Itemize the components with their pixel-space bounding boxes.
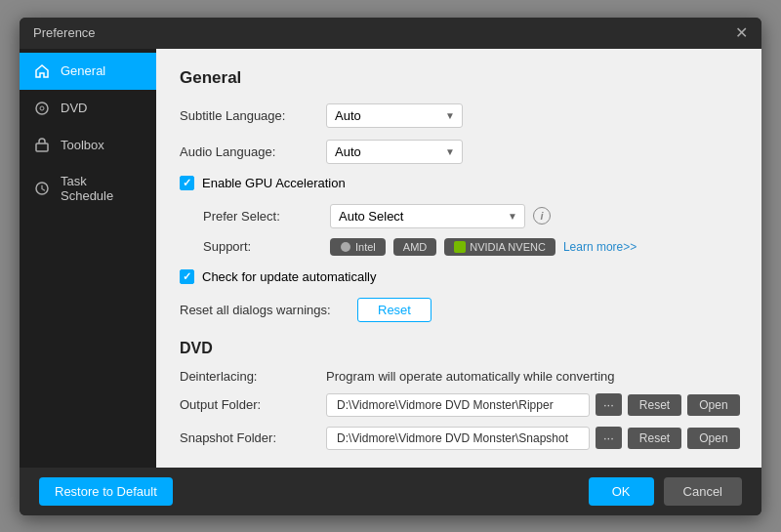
audio-language-select-wrapper: Auto ▼ bbox=[326, 140, 463, 164]
svg-rect-2 bbox=[36, 143, 48, 151]
audio-language-select[interactable]: Auto bbox=[326, 140, 463, 164]
support-chips: Intel AMD NVIDIA NVENC Learn more>> bbox=[330, 238, 637, 256]
svg-rect-5 bbox=[454, 241, 466, 253]
toolbox-icon bbox=[33, 137, 51, 154]
dialog-title: Preference bbox=[33, 25, 96, 40]
sidebar-label-dvd: DVD bbox=[61, 101, 87, 115]
sidebar: General DVD Toolbox bbox=[20, 49, 156, 468]
sidebar-item-dvd[interactable]: DVD bbox=[20, 90, 156, 127]
audio-language-row: Audio Language: Auto ▼ bbox=[180, 140, 738, 164]
deinterlacing-label: Deinterlacing: bbox=[180, 369, 326, 384]
close-button[interactable]: ✕ bbox=[735, 25, 748, 41]
subtitle-language-label: Subtitle Language: bbox=[180, 108, 326, 123]
sidebar-item-general[interactable]: General bbox=[20, 53, 156, 90]
gpu-inner: Prefer Select: Auto Select ▼ i Support: bbox=[180, 204, 738, 256]
content-area: General Subtitle Language: Auto ▼ Audio … bbox=[156, 49, 761, 468]
support-label: Support: bbox=[203, 239, 330, 254]
intel-chip: Intel bbox=[330, 238, 386, 256]
nvidia-label: NVIDIA NVENC bbox=[470, 241, 546, 253]
preference-dialog: Preference ✕ General DV bbox=[20, 18, 761, 515]
prefer-select[interactable]: Auto Select bbox=[330, 204, 525, 228]
sidebar-item-task-schedule[interactable]: Task Schedule bbox=[20, 164, 156, 213]
sidebar-label-toolbox: Toolbox bbox=[61, 138, 104, 152]
intel-label: Intel bbox=[355, 241, 376, 253]
sidebar-label-task-schedule: Task Schedule bbox=[61, 174, 143, 203]
prefer-select-label: Prefer Select: bbox=[203, 209, 330, 224]
snapshot-folder-label: Snapshot Folder: bbox=[180, 430, 326, 445]
support-row: Support: Intel AMD NVIDIA NVEN bbox=[203, 238, 738, 256]
subtitle-language-select-wrapper: Auto ▼ bbox=[326, 103, 463, 128]
snapshot-folder-row: Snapshot Folder: D:\Vidmore\Vidmore DVD … bbox=[180, 427, 738, 450]
main-area: General DVD Toolbox bbox=[20, 49, 761, 468]
amd-chip: AMD bbox=[393, 238, 436, 256]
deinterlacing-row: Deinterlacing: Program will operate auto… bbox=[180, 369, 738, 384]
info-icon[interactable]: i bbox=[533, 207, 551, 225]
task-schedule-icon bbox=[33, 180, 51, 197]
deinterlacing-desc: Program will operate automatically while… bbox=[326, 369, 615, 384]
dvd-icon bbox=[33, 100, 51, 117]
output-folder-row: Output Folder: D:\Vidmore\Vidmore DVD Mo… bbox=[180, 393, 738, 417]
footer: Restore to Default OK Cancel bbox=[20, 468, 761, 515]
output-folder-open-button[interactable]: Open bbox=[687, 394, 739, 416]
prefer-select-wrapper: Auto Select ▼ bbox=[330, 204, 525, 228]
gpu-label: Enable GPU Acceleration bbox=[202, 176, 346, 190]
gpu-checkbox[interactable] bbox=[180, 176, 194, 190]
snapshot-folder-controls: D:\Vidmore\Vidmore DVD Monster\Snapshot … bbox=[326, 427, 740, 450]
sidebar-label-general: General bbox=[61, 63, 105, 78]
reset-dialogs-button[interactable]: Reset bbox=[357, 298, 432, 322]
ok-button[interactable]: OK bbox=[589, 477, 654, 506]
cancel-button[interactable]: Cancel bbox=[664, 477, 742, 506]
snapshot-folder-open-button[interactable]: Open bbox=[687, 428, 739, 449]
nvidia-chip: NVIDIA NVENC bbox=[444, 238, 555, 256]
check-update-label: Check for update automatically bbox=[202, 269, 376, 284]
dvd-section-title: DVD bbox=[180, 340, 738, 357]
audio-language-label: Audio Language: bbox=[180, 144, 326, 159]
svg-point-4 bbox=[341, 242, 350, 252]
home-icon bbox=[33, 62, 51, 80]
output-folder-controls: D:\Vidmore\Vidmore DVD Monster\Ripper ··… bbox=[326, 393, 740, 417]
titlebar: Preference ✕ bbox=[20, 18, 761, 49]
output-folder-reset-button[interactable]: Reset bbox=[628, 394, 681, 416]
svg-point-0 bbox=[36, 102, 48, 114]
subtitle-language-select[interactable]: Auto bbox=[326, 103, 463, 128]
snapshot-folder-reset-button[interactable]: Reset bbox=[628, 428, 681, 449]
footer-right: OK Cancel bbox=[589, 477, 742, 506]
check-update-row: Check for update automatically bbox=[180, 269, 738, 284]
reset-dialogs-row: Reset all dialogs warnings: Reset bbox=[180, 298, 738, 322]
restore-default-button[interactable]: Restore to Default bbox=[39, 477, 173, 506]
learn-more-link[interactable]: Learn more>> bbox=[563, 240, 637, 254]
gpu-checkbox-row: Enable GPU Acceleration bbox=[180, 176, 738, 190]
snapshot-folder-path: D:\Vidmore\Vidmore DVD Monster\Snapshot bbox=[326, 427, 590, 450]
sidebar-item-toolbox[interactable]: Toolbox bbox=[20, 127, 156, 164]
output-folder-path: D:\Vidmore\Vidmore DVD Monster\Ripper bbox=[326, 393, 590, 417]
snapshot-folder-dots-button[interactable]: ··· bbox=[596, 427, 622, 449]
output-folder-label: Output Folder: bbox=[180, 397, 326, 412]
amd-label: AMD bbox=[403, 241, 427, 253]
check-update-checkbox[interactable] bbox=[180, 269, 194, 284]
gpu-acceleration-section: Enable GPU Acceleration Prefer Select: A… bbox=[180, 176, 738, 256]
general-section-title: General bbox=[180, 68, 738, 88]
prefer-select-row: Prefer Select: Auto Select ▼ i bbox=[203, 204, 738, 228]
output-folder-dots-button[interactable]: ··· bbox=[596, 393, 622, 416]
svg-point-1 bbox=[40, 106, 44, 110]
subtitle-language-row: Subtitle Language: Auto ▼ bbox=[180, 103, 738, 128]
reset-dialogs-label: Reset all dialogs warnings: bbox=[180, 303, 346, 317]
